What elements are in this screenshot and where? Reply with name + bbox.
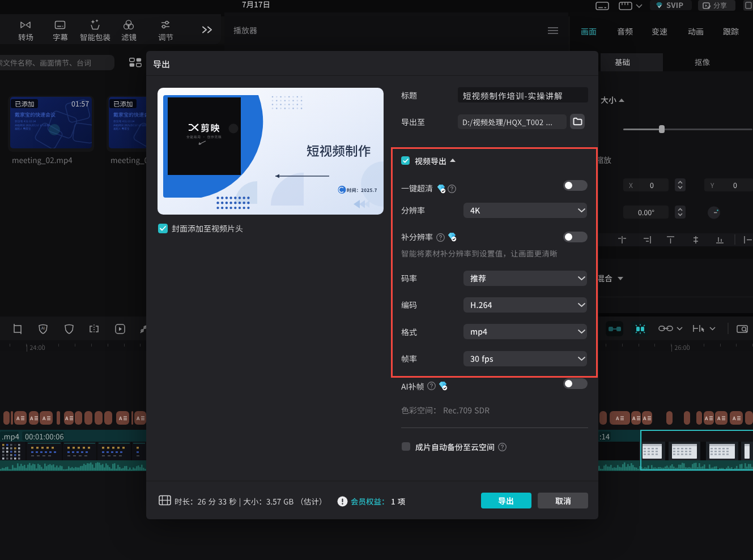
- svg-text:AI: AI: [41, 326, 45, 330]
